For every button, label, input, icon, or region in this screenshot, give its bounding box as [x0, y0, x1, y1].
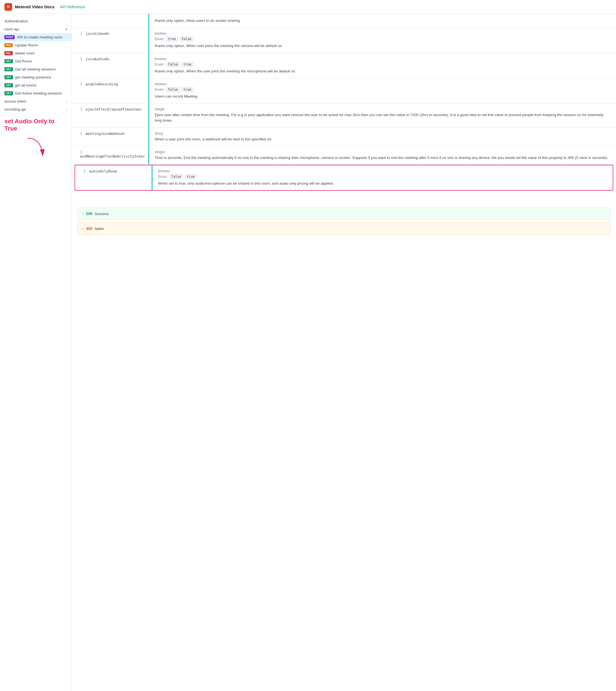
enum-label: Enum: [155, 88, 164, 91]
enum-label: Enum: [158, 175, 168, 179]
sidebar: Authentication room api ▾ POST API to cr… [0, 14, 72, 691]
param-name-col: ├ meetingJoinWebhook [72, 128, 149, 146]
param-row: ├ joinVideoOn boolean Enum: truefalse if… [72, 28, 616, 53]
enum-row: Enum: falsetrue [158, 174, 607, 179]
sidebar-item-put-update-room[interactable]: PUT Update Room [0, 41, 71, 49]
sidebar-item-access-token[interactable]: access token › [0, 97, 71, 105]
param-name: enableRecording [86, 82, 118, 86]
enum-value: false [166, 87, 180, 92]
param-row: ├ ejectAfterElapsedTimeInSec integer Eje… [72, 103, 616, 128]
enum-value: false [179, 37, 193, 41]
response-code: 200 [86, 211, 92, 216]
sidebar-item-recording-api[interactable]: recording api › [0, 105, 71, 113]
logo-text: M [7, 5, 9, 8]
sidebar-item-label: Update Room [15, 43, 38, 47]
sidebar-item-get-all-sessions[interactable]: GET Get all meeting sessions [0, 65, 71, 73]
sidebar-item-label: get all rooms [15, 83, 37, 87]
logo: M [4, 3, 12, 11]
sidebar-item-get-active-sessions[interactable]: GET Get Active meeting sessions [0, 89, 71, 97]
param-desc-col: string When a user joins the room, a web… [149, 128, 616, 146]
badge-get: GET [4, 91, 13, 96]
param-description: iframe only option. When user joins the … [155, 43, 611, 49]
sidebar-item-label: recording api [4, 107, 26, 111]
badge-get: GET [4, 75, 13, 79]
sidebar-item-post-create-room[interactable]: POST API to create meeting room [0, 33, 71, 41]
enum-label: Enum: [155, 62, 164, 66]
sidebar-item-room-api[interactable]: room api ▾ [0, 25, 71, 33]
param-desc-col: iframe only option. Allow users to do sc… [149, 14, 616, 27]
sidebar-item-get-all-rooms[interactable]: GET get all rooms [0, 81, 71, 89]
sidebar-item-label: Get Room [15, 59, 32, 63]
sidebar-item-label: Get all meeting sessions [15, 67, 56, 71]
badge-post: POST [4, 35, 15, 39]
enum-label: Enum: [155, 37, 164, 41]
sidebar-item-label: delete room [15, 51, 35, 55]
header-nav-link[interactable]: API Reference [60, 5, 85, 9]
indent-icon: ├ [80, 57, 82, 61]
sidebar-item-label: API to create meeting room [17, 35, 62, 39]
param-row: ├ enableRecording boolean Enum: falsetru… [72, 78, 616, 103]
header-title: Metered Video Docs [15, 4, 54, 9]
badge-get: GET [4, 83, 13, 87]
param-name-col [72, 14, 149, 27]
indent-icon: ├ [80, 131, 82, 136]
enum-value: true [181, 62, 193, 67]
param-row: ├ endMeetingAfterNoActivityInSec integer… [72, 146, 616, 165]
param-description: Eject user after certain time from the m… [155, 112, 611, 124]
chevron-right-icon: › [83, 212, 84, 216]
param-row: ├ audioOnlyRoom boolean Enum: falsetrue … [74, 165, 613, 191]
badge-del: DEL [4, 51, 13, 55]
enum-value: false [166, 62, 180, 67]
sidebar-item-label: room api [4, 27, 19, 31]
badge-get: GET [4, 67, 13, 71]
param-name: endMeetingAfterNoActivityInSec [80, 154, 145, 159]
annotation-text: set Audio Only to True [0, 113, 71, 137]
sidebar-item-label: Authentication [4, 19, 28, 23]
sidebar-item-authentication[interactable]: Authentication [0, 17, 71, 25]
response-item[interactable]: › 400 failed [78, 222, 611, 235]
sidebar-item-get-room[interactable]: GET Get Room [0, 57, 71, 65]
param-name: audioOnlyRoom [89, 169, 117, 173]
badge-get: GET [4, 59, 13, 63]
response-label: failed [95, 227, 104, 231]
param-description: Time is seconds, End the meeting automat… [155, 155, 611, 161]
type-label: string [155, 131, 611, 135]
param-desc-col: boolean Enum: falsetrue iframe only opti… [149, 53, 616, 78]
type-label: boolean [155, 57, 611, 61]
type-label: integer [155, 150, 611, 154]
response-section: › 200 Success › 400 failed [72, 202, 616, 243]
param-description: When set to true, only audio/microphone … [158, 181, 607, 186]
param-desc-col: boolean Enum: falsetrue When set to true… [153, 165, 613, 190]
indent-icon: ├ [80, 107, 82, 111]
type-label: boolean [155, 32, 611, 35]
indent-icon: ├ [80, 150, 82, 154]
annotation-arrow [0, 137, 71, 161]
enum-value: true [181, 87, 193, 92]
enum-row: Enum: falsetrue [155, 87, 611, 92]
type-label: boolean [155, 82, 611, 86]
sidebar-item-label: Get Active meeting sessions [15, 91, 62, 96]
param-row-top: iframe only option. Allow users to do sc… [72, 14, 616, 28]
param-name: joinVideoOn [86, 32, 109, 36]
param-row: ├ meetingJoinWebhook string When a user … [72, 128, 616, 146]
enum-row: Enum: falsetrue [155, 62, 611, 67]
indent-icon: ├ [83, 169, 86, 173]
param-name: ejectAfterElapsedTimeInSec [86, 107, 142, 111]
type-label: boolean [158, 169, 607, 173]
sidebar-item-get-meeting-presence[interactable]: GET get meeting presence [0, 73, 71, 81]
response-item[interactable]: › 200 Success [78, 207, 611, 220]
response-items-container: › 200 Success › 400 failed [78, 207, 611, 235]
param-name: joinAudioOn [86, 57, 109, 61]
type-label: integer [155, 107, 611, 111]
param-name-col: ├ enableRecording [72, 78, 149, 103]
param-description: Users can record Meeting [155, 94, 611, 99]
param-name-col: ├ endMeetingAfterNoActivityInSec [72, 146, 149, 165]
param-rows-container: ├ joinVideoOn boolean Enum: truefalse if… [72, 28, 616, 191]
param-description: iframe only option. When the user joins … [155, 68, 611, 74]
sidebar-item-del-delete-room[interactable]: DEL delete room [0, 49, 71, 57]
indent-icon: ├ [80, 82, 82, 86]
layout: Authentication room api ▾ POST API to cr… [0, 14, 616, 691]
chevron-right-icon: › [66, 100, 67, 103]
enum-value: false [169, 174, 183, 179]
param-name-col: ├ joinVideoOn [72, 28, 149, 53]
